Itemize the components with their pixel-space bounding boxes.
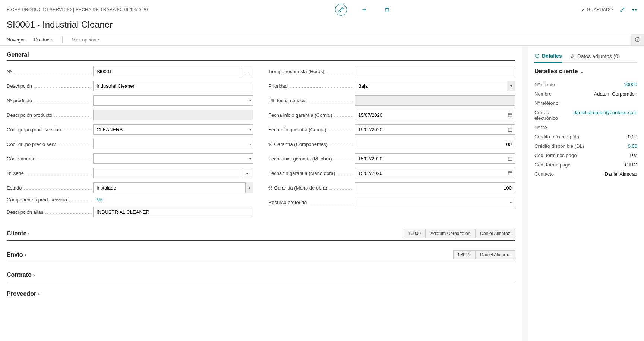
cliente-tag-contact: Daniel Almaraz — [475, 229, 515, 238]
label-status: Estado — [7, 185, 93, 191]
input-warr-start-labor[interactable] — [355, 153, 515, 164]
input-variant[interactable] — [93, 153, 253, 164]
kv-method-value: GIRO — [625, 162, 637, 168]
scrollbar[interactable] — [522, 46, 528, 341]
input-warr-pct-labor[interactable] — [355, 182, 515, 193]
input-warr-end-comp[interactable] — [355, 124, 515, 135]
calendar-icon[interactable] — [508, 156, 513, 161]
svg-rect-4 — [508, 172, 512, 175]
collapse-button[interactable] — [632, 7, 637, 13]
input-price-group[interactable] — [93, 139, 253, 149]
input-pref-resource[interactable] — [355, 197, 515, 207]
popout-icon — [619, 7, 625, 13]
calendar-icon[interactable] — [508, 112, 513, 118]
calendar-icon[interactable] — [508, 170, 513, 176]
cliente-tag-no: 10000 — [404, 229, 426, 238]
trash-icon — [384, 7, 390, 13]
label-warr-pct-comp: % Garantía (Componentes) — [268, 141, 355, 147]
delete-button[interactable] — [381, 4, 393, 16]
select-status[interactable] — [93, 182, 253, 193]
label-prod-desc: Descripción producto — [7, 112, 93, 118]
input-warr-end-labor[interactable] — [355, 168, 515, 178]
attachment-icon — [570, 54, 575, 59]
label-alias: Descripción alias — [7, 209, 93, 215]
pencil-icon — [338, 7, 344, 13]
nav-product[interactable]: Producto — [34, 37, 53, 43]
lookup-serial-button[interactable]: ··· — [242, 168, 253, 178]
section-envio-header[interactable]: Envío› 08010 Daniel Almaraz — [7, 250, 515, 262]
svg-rect-2 — [508, 128, 512, 131]
info-icon — [534, 53, 540, 59]
nav-separator — [62, 36, 63, 43]
side-section-cliente[interactable]: Detalles cliente ⌄ — [534, 68, 637, 75]
page-header: FICHA PRODUCTO SERVICIO | FECHA DE TRABA… — [0, 0, 644, 17]
cliente-tag-name: Adatum Corporation — [426, 229, 475, 238]
input-serial[interactable] — [93, 168, 240, 178]
label-resp-time: Tiempo respuesta (Horas) — [268, 69, 355, 74]
factbox-pane: Detalles Datos adjuntos (0) Detalles cli… — [528, 46, 644, 341]
new-button[interactable] — [358, 4, 370, 16]
label-no: Nº — [7, 69, 93, 74]
svg-rect-1 — [508, 113, 512, 117]
plus-icon — [361, 7, 367, 13]
popout-button[interactable] — [619, 7, 625, 13]
nav-more-options[interactable]: Más opciones — [72, 37, 101, 43]
label-warr-end-comp: Fecha fin garantía (Comp.) — [268, 127, 355, 132]
kv-contact-label: Contacto — [534, 171, 554, 177]
input-prod-desc — [93, 110, 253, 120]
kv-credit-max-label: Crédito máximo (DL) — [534, 134, 579, 140]
label-group-code: Cód. grupo prod. servicio — [7, 127, 93, 132]
kv-email-value[interactable]: daniel.almaraz@contoso.com — [574, 110, 637, 121]
factbox-toggle[interactable] — [631, 34, 644, 45]
link-components[interactable]: No — [93, 197, 102, 203]
section-proveedor-header[interactable]: Proveedor› — [7, 291, 515, 300]
calendar-icon[interactable] — [508, 127, 513, 132]
label-warr-start-labor: Fecha inic. garantía (M. obra) — [268, 156, 355, 162]
label-warr-end-labor: Fecha fin garantía (Mano obra) — [268, 170, 355, 176]
section-contrato-header[interactable]: Contrato› — [7, 272, 515, 281]
tab-details[interactable]: Detalles — [534, 51, 562, 63]
chevron-down-icon: ⌄ — [580, 68, 584, 74]
label-last-service: Últ. fecha servicio — [268, 98, 355, 103]
input-group-code[interactable] — [93, 124, 253, 135]
kv-name-label: Nombre — [534, 91, 552, 97]
input-alias[interactable] — [93, 207, 253, 217]
kv-credit-avail-label: Crédito disponible (DL) — [534, 143, 584, 149]
label-price-group: Cód. grupo precio serv. — [7, 141, 93, 147]
edit-button[interactable] — [335, 4, 347, 16]
kv-method-label: Cód. forma pago — [534, 162, 571, 168]
kv-fax-label: Nº fax — [534, 125, 547, 130]
nav-navigate[interactable]: Navegar — [7, 37, 25, 43]
input-desc[interactable] — [93, 81, 253, 91]
kv-name-value: Adatum Corporation — [594, 91, 637, 97]
input-warr-pct-comp[interactable] — [355, 139, 515, 149]
kv-cust-no-value[interactable]: 10000 — [624, 82, 637, 87]
label-prod-no: Nº producto — [7, 98, 93, 103]
label-warr-pct-labor: % Garantía (Mano de obra) — [268, 185, 355, 191]
envio-tag-contact: Daniel Almaraz — [475, 250, 515, 259]
action-bar: Navegar Producto Más opciones — [0, 34, 644, 46]
chevron-right-icon: › — [38, 291, 40, 297]
kv-terms-value: PM — [630, 153, 638, 158]
lookup-no-button[interactable]: ··· — [242, 66, 253, 76]
breadcrumb: FICHA PRODUCTO SERVICIO | FECHA DE TRABA… — [7, 7, 148, 12]
input-prod-no[interactable] — [93, 95, 253, 106]
select-priority[interactable] — [355, 81, 515, 91]
section-cliente-header[interactable]: Cliente› 10000 Adatum Corporation Daniel… — [7, 229, 515, 241]
chevron-right-icon: › — [28, 231, 30, 237]
label-serial: Nº serie — [7, 170, 93, 176]
page-title: SI0001 · Industrial Cleaner — [0, 17, 644, 34]
kv-cust-no-label: Nº cliente — [534, 82, 555, 87]
input-no[interactable] — [93, 66, 240, 76]
label-pref-resource: Recurso preferido — [268, 200, 355, 205]
kv-credit-avail-value[interactable]: 0,00 — [628, 143, 637, 149]
section-general-title[interactable]: General — [7, 51, 515, 61]
kv-contact-value: Daniel Almaraz — [605, 171, 637, 177]
kv-terms-label: Cód. términos pago — [534, 153, 577, 158]
tab-attachments[interactable]: Datos adjuntos (0) — [570, 51, 620, 62]
input-warr-start-comp[interactable] — [355, 110, 515, 120]
main-content: General Nº ··· Descripción — [0, 46, 522, 341]
kv-credit-max-value: 0,00 — [628, 134, 637, 140]
input-resp-time[interactable] — [355, 66, 515, 76]
kv-phone-label: Nº teléfono — [534, 100, 558, 106]
